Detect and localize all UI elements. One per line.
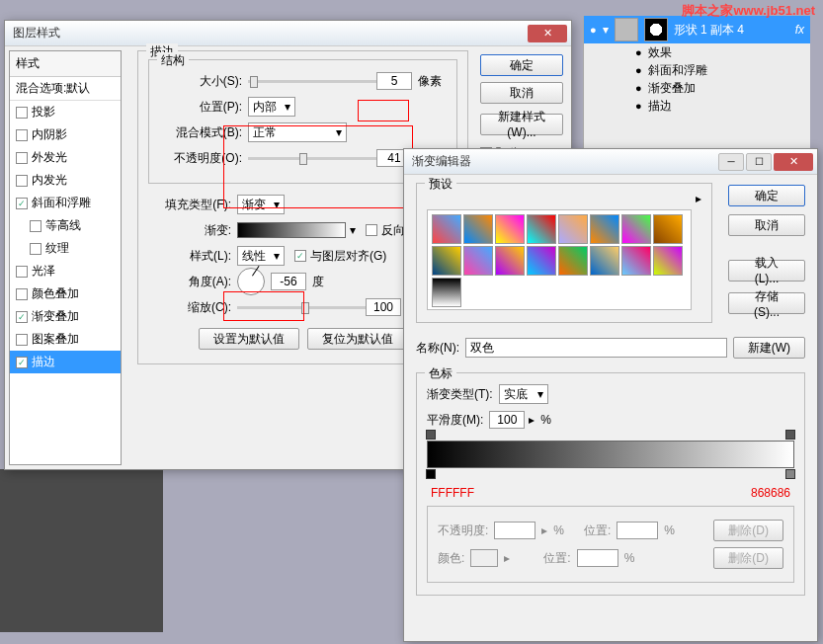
checkbox[interactable]	[16, 288, 28, 300]
preset-swatch[interactable]	[527, 246, 556, 276]
smooth-input[interactable]	[489, 411, 525, 429]
slider-thumb[interactable]	[250, 76, 258, 88]
arrow-icon[interactable]: ▾	[603, 23, 609, 37]
style-item-patternoverlay[interactable]: 图案叠加	[10, 328, 121, 351]
preset-swatch[interactable]	[432, 214, 461, 244]
checkbox[interactable]	[30, 243, 41, 255]
checkbox[interactable]: ✓	[16, 198, 28, 209]
style-item-coloroverlay[interactable]: 颜色叠加	[10, 282, 121, 305]
preset-swatch[interactable]	[653, 214, 683, 244]
checkbox[interactable]	[30, 220, 41, 232]
style-item-stroke[interactable]: ✓描边	[10, 351, 121, 373]
visibility-icon[interactable]: ●	[635, 82, 642, 94]
visibility-icon[interactable]: ●	[590, 24, 597, 36]
preset-swatch[interactable]	[463, 246, 493, 276]
gradient-bar[interactable]	[427, 441, 794, 468]
position-select[interactable]: 内部	[248, 97, 295, 117]
style-select[interactable]: 线性	[237, 246, 285, 266]
effect-item[interactable]: ●斜面和浮雕	[584, 61, 810, 79]
preset-swatch[interactable]	[432, 278, 461, 307]
checkbox[interactable]	[16, 175, 28, 187]
preset-swatch[interactable]	[527, 214, 556, 244]
opacity-stop-right[interactable]	[785, 430, 795, 440]
checkbox[interactable]	[16, 152, 28, 164]
reset-default-button[interactable]: 复位为默认值	[307, 328, 408, 350]
style-item-gradientoverlay[interactable]: ✓渐变叠加	[10, 305, 121, 328]
align-checkbox[interactable]: ✓	[294, 250, 306, 262]
gradient-preview[interactable]	[237, 222, 346, 238]
color-stop-left[interactable]	[426, 469, 436, 479]
preset-swatch[interactable]	[495, 246, 525, 276]
cancel-button[interactable]: 取消	[480, 82, 563, 104]
save-button[interactable]: 存储(S)...	[728, 292, 805, 314]
style-item-innershadow[interactable]: 内阴影	[10, 123, 121, 146]
opacity-slider[interactable]	[248, 157, 376, 160]
color-stop-right[interactable]	[785, 469, 795, 479]
style-item-outerglow[interactable]: 外发光	[10, 146, 121, 169]
reverse-checkbox[interactable]	[366, 224, 377, 236]
filltype-select[interactable]: 渐变	[237, 195, 285, 214]
load-button[interactable]: 载入(L)...	[728, 260, 805, 282]
preset-swatch[interactable]	[558, 214, 588, 244]
titlebar[interactable]: 渐变编辑器 ─ ☐ ✕	[404, 149, 817, 175]
style-item-dropshadow[interactable]: 投影	[10, 101, 121, 123]
mask-thumbnail[interactable]	[644, 18, 668, 41]
style-item-innerglow[interactable]: 内发光	[10, 169, 121, 192]
visibility-icon[interactable]: ●	[635, 64, 642, 76]
preset-swatch[interactable]	[495, 214, 525, 244]
gradient-dropdown-icon[interactable]: ▾	[350, 223, 356, 237]
close-icon[interactable]: ✕	[774, 153, 813, 171]
effect-item[interactable]: ●渐变叠加	[584, 79, 810, 97]
preset-swatch[interactable]	[463, 214, 493, 244]
preset-swatch[interactable]	[432, 246, 461, 276]
scale-slider[interactable]	[237, 306, 366, 309]
visibility-icon[interactable]: ●	[635, 100, 642, 112]
maximize-icon[interactable]: ☐	[746, 153, 772, 171]
preset-swatch[interactable]	[621, 214, 651, 244]
checkbox[interactable]: ✓	[16, 357, 28, 368]
checkbox[interactable]	[16, 129, 28, 141]
preset-swatch[interactable]	[653, 246, 683, 276]
grad-type-select[interactable]: 实底	[499, 384, 548, 404]
effect-item[interactable]: ●描边	[584, 97, 810, 115]
style-item-satin[interactable]: 光泽	[10, 260, 121, 282]
preset-swatch[interactable]	[590, 214, 619, 244]
new-style-button[interactable]: 新建样式(W)...	[480, 114, 563, 135]
checkbox[interactable]: ✓	[16, 311, 28, 323]
slider-thumb[interactable]	[299, 153, 307, 165]
cancel-button[interactable]: 取消	[728, 214, 805, 236]
slider-thumb[interactable]	[301, 302, 309, 314]
ok-button[interactable]: 确定	[728, 185, 805, 206]
angle-input[interactable]	[271, 273, 306, 290]
close-icon[interactable]: ✕	[528, 25, 567, 42]
minimize-icon[interactable]: ─	[718, 153, 744, 171]
style-item-contour[interactable]: 等高线	[10, 214, 121, 237]
size-slider[interactable]	[248, 80, 376, 83]
angle-knob[interactable]	[237, 268, 265, 295]
size-input[interactable]	[376, 72, 412, 90]
effects-header[interactable]: ● 效果	[584, 43, 810, 61]
set-default-button[interactable]: 设置为默认值	[199, 328, 299, 350]
new-button[interactable]: 新建(W)	[733, 337, 805, 359]
ok-button[interactable]: 确定	[480, 54, 563, 76]
preset-swatch[interactable]	[621, 246, 651, 276]
smooth-dropdown-icon[interactable]: ▸	[529, 413, 535, 427]
scale-input[interactable]	[366, 298, 401, 316]
style-item-texture[interactable]: 纹理	[10, 237, 121, 260]
preset-swatch[interactable]	[590, 246, 619, 276]
checkbox[interactable]	[16, 334, 28, 346]
visibility-icon[interactable]: ●	[635, 46, 642, 58]
style-item-bevel[interactable]: ✓斜面和浮雕	[10, 192, 121, 214]
blend-select[interactable]: 正常	[248, 122, 347, 142]
fx-badge[interactable]: fx	[795, 23, 804, 37]
preset-swatch[interactable]	[558, 246, 588, 276]
blending-options-item[interactable]: 混合选项:默认	[10, 77, 121, 101]
titlebar[interactable]: 图层样式 ✕	[5, 21, 571, 46]
name-input[interactable]	[465, 338, 727, 358]
checkbox[interactable]	[16, 107, 28, 119]
layer-row-active[interactable]: ● ▾ 形状 1 副本 4 fx	[584, 16, 810, 43]
opacity-stop-left[interactable]	[426, 430, 436, 440]
presets-menu-icon[interactable]: ▸	[696, 192, 701, 205]
checkbox[interactable]	[16, 266, 28, 278]
layer-thumbnail[interactable]	[615, 18, 638, 41]
